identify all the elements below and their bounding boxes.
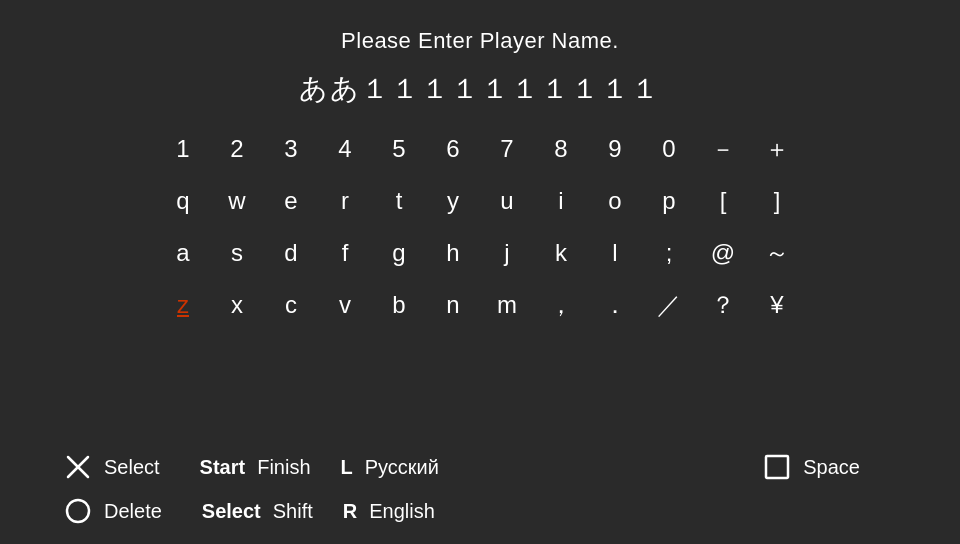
x-button-icon (60, 449, 96, 485)
key-row-1: 1 2 3 4 5 6 7 8 9 0 － ＋ (156, 128, 804, 170)
key-t[interactable]: t (372, 180, 426, 222)
key-s[interactable]: s (210, 232, 264, 274)
key-o[interactable]: o (588, 180, 642, 222)
bottom-bar: Select Start Finish L Русский Space (0, 434, 960, 544)
key-comma[interactable]: ， (534, 284, 588, 326)
key-x[interactable]: x (210, 284, 264, 326)
key-c[interactable]: c (264, 284, 318, 326)
key-q[interactable]: q (156, 180, 210, 222)
keyboard-area: 1 2 3 4 5 6 7 8 9 0 － ＋ q w e r t y u i … (156, 128, 804, 326)
key-0[interactable]: 0 (642, 128, 696, 170)
key-9[interactable]: 9 (588, 128, 642, 170)
key-row-4: z x c v b n m ， ． ／ ？ ¥ (156, 284, 804, 326)
key-bracket-open[interactable]: [ (696, 180, 750, 222)
key-k[interactable]: k (534, 232, 588, 274)
key-a[interactable]: a (156, 232, 210, 274)
key-z[interactable]: z (156, 284, 210, 326)
key-row-3: a s d f g h j k l ; @ ～ (156, 232, 804, 274)
page-title: Please Enter Player Name. (341, 28, 619, 54)
english-label: English (369, 500, 435, 523)
key-2[interactable]: 2 (210, 128, 264, 170)
key-g[interactable]: g (372, 232, 426, 274)
key-yen[interactable]: ¥ (750, 284, 804, 326)
key-l[interactable]: l (588, 232, 642, 274)
player-name-display: ああ１１１１１１１１１１ (299, 70, 661, 108)
key-v[interactable]: v (318, 284, 372, 326)
square-space-group: Space (759, 449, 900, 485)
square-button-icon (759, 449, 795, 485)
key-3[interactable]: 3 (264, 128, 318, 170)
key-at[interactable]: @ (696, 232, 750, 274)
key-u[interactable]: u (480, 180, 534, 222)
key-1[interactable]: 1 (156, 128, 210, 170)
key-plus[interactable]: ＋ (750, 128, 804, 170)
key-e[interactable]: e (264, 180, 318, 222)
svg-point-3 (67, 500, 89, 522)
o-delete-group: Delete (60, 493, 202, 529)
key-question[interactable]: ？ (696, 284, 750, 326)
start-key-label: Start (200, 456, 246, 479)
o-delete-label: Delete (104, 500, 162, 523)
key-semicolon[interactable]: ; (642, 232, 696, 274)
o-button-icon (60, 493, 96, 529)
select-shift-group: Select Shift (202, 500, 313, 523)
key-tilde[interactable]: ～ (750, 232, 804, 274)
key-h[interactable]: h (426, 232, 480, 274)
key-5[interactable]: 5 (372, 128, 426, 170)
key-minus[interactable]: － (696, 128, 750, 170)
key-d[interactable]: d (264, 232, 318, 274)
r-english-group: R English (343, 500, 435, 523)
key-6[interactable]: 6 (426, 128, 480, 170)
key-b[interactable]: b (372, 284, 426, 326)
key-w[interactable]: w (210, 180, 264, 222)
key-r[interactable]: r (318, 180, 372, 222)
l-russian-group: L Русский (341, 456, 439, 479)
x-select-label: Select (104, 456, 160, 479)
shift-label: Shift (273, 500, 313, 523)
key-4[interactable]: 4 (318, 128, 372, 170)
key-8[interactable]: 8 (534, 128, 588, 170)
control-row-2: Delete Select Shift R English (60, 493, 900, 529)
key-row-2: q w e r t y u i o p [ ] (156, 180, 804, 222)
russian-label: Русский (365, 456, 439, 479)
key-j[interactable]: j (480, 232, 534, 274)
svg-rect-2 (766, 456, 788, 478)
key-f[interactable]: f (318, 232, 372, 274)
key-p[interactable]: p (642, 180, 696, 222)
key-n[interactable]: n (426, 284, 480, 326)
space-label: Space (803, 456, 860, 479)
key-i[interactable]: i (534, 180, 588, 222)
select-key-label: Select (202, 500, 261, 523)
key-slash[interactable]: ／ (642, 284, 696, 326)
x-select-group: Select (60, 449, 200, 485)
r-key-label: R (343, 500, 357, 523)
key-bracket-close[interactable]: ] (750, 180, 804, 222)
key-m[interactable]: m (480, 284, 534, 326)
control-row-1: Select Start Finish L Русский Space (60, 449, 900, 485)
start-finish-group: Start Finish (200, 456, 311, 479)
l-key-label: L (341, 456, 353, 479)
finish-label: Finish (257, 456, 310, 479)
key-period[interactable]: ． (588, 284, 642, 326)
key-7[interactable]: 7 (480, 128, 534, 170)
key-y[interactable]: y (426, 180, 480, 222)
